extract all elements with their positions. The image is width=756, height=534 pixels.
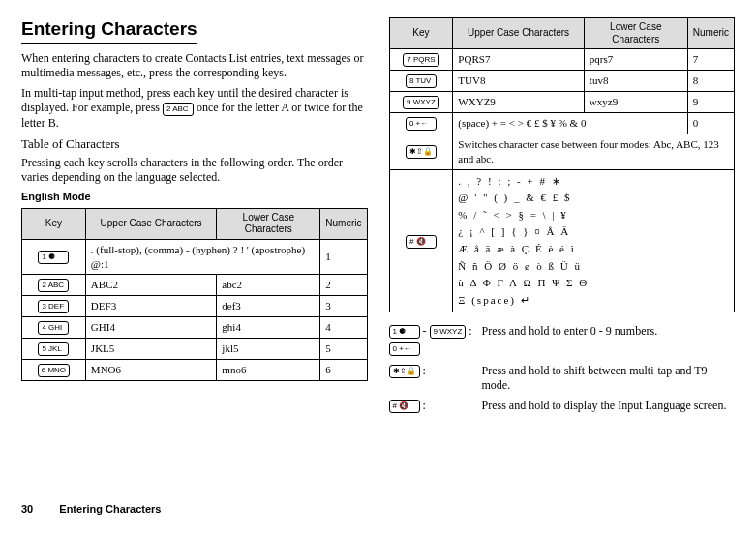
cell-numeric: 8 xyxy=(687,71,734,92)
cell-numeric: 5 xyxy=(320,339,367,360)
note1-key-9: 9 WXYZ xyxy=(430,325,467,339)
table-row: 6 MNOMNO6mno66 xyxy=(22,360,368,381)
cell-lower: wxyz9 xyxy=(584,92,687,113)
cell-upper: ABC2 xyxy=(85,275,216,296)
cell-numeric: 2 xyxy=(320,275,367,296)
table-row: 9 WXYZWXYZ9wxyz99 xyxy=(389,92,735,113)
cell-key: 2 ABC xyxy=(22,275,86,296)
th-lower-r: Lower Case Characters xyxy=(584,18,687,49)
cell-numeric: 6 xyxy=(320,360,367,381)
page-title: Entering Characters xyxy=(21,17,197,44)
cell-key: 6 MNO xyxy=(22,360,86,381)
cell-lower: tuv8 xyxy=(584,71,687,92)
th-upper: Upper Case Characters xyxy=(85,208,216,239)
th-upper-r: Upper Case Characters xyxy=(453,18,584,49)
note3-colon: : xyxy=(423,399,426,413)
cell-key: 4 GHI xyxy=(22,317,86,339)
cell-lower: pqrs7 xyxy=(584,49,687,71)
intro-paragraph-1: When entering characters to create Conta… xyxy=(21,51,368,80)
keycap: 7 PQRS xyxy=(403,53,438,67)
keycap: 2 ABC xyxy=(38,279,69,292)
cell-upper-span: (space) + = < > € £ $ ¥ % & 0 xyxy=(453,113,687,134)
th-key-r: Key xyxy=(389,18,453,49)
cell-numeric: 7 xyxy=(687,49,734,71)
note2-text: Press and hold to shift between multi-ta… xyxy=(482,364,736,393)
char-table-right: Key Upper Case Characters Lower Case Cha… xyxy=(389,17,736,312)
note1-text: Press and hold to enter 0 - 9 numbers. xyxy=(482,324,736,339)
note-row-1: 1 ⚈ - 9 WXYZ : Press and hold to enter 0… xyxy=(389,324,736,339)
cell-upper-span: . (full-stop), (comma) - (hyphen) ? ! ' … xyxy=(85,239,319,275)
cell-numeric: 3 xyxy=(320,296,367,317)
cell-key: 7 PQRS xyxy=(389,49,453,71)
cell-upper: GHI4 xyxy=(85,317,216,339)
cell-key: 5 JKL xyxy=(22,339,86,360)
th-lower: Lower Case Characters xyxy=(217,208,320,239)
note3-key-hash: # 🔇 xyxy=(389,400,420,413)
note3-text: Press and hold to display the Input Lang… xyxy=(482,399,736,413)
table-of-characters-text: Pressing each key scrolls characters in … xyxy=(21,156,368,185)
th-numeric-r: Numeric xyxy=(687,18,734,49)
cell-key: # 🔇 xyxy=(389,169,453,312)
cell-upper: DEF3 xyxy=(85,296,216,317)
table-of-characters-title: Table of Characters xyxy=(21,136,368,152)
page-footer: 30 Entering Characters xyxy=(21,503,161,517)
note1-key-1: 1 ⚈ xyxy=(389,325,420,339)
note2-colon: : xyxy=(423,364,426,378)
table-row: 5 JKLJKL5jkl55 xyxy=(22,339,368,360)
page-number: 30 xyxy=(21,503,33,515)
cell-key: 0 +← xyxy=(389,113,453,134)
cell-numeric: 0 xyxy=(687,113,734,134)
cell-symbols: . , ? ! : ; - + # ∗ @ ' " ( ) _ & € £ $ … xyxy=(453,169,735,312)
table-row: 8 TUVTUV8tuv88 xyxy=(389,71,735,92)
cell-lower: ghi4 xyxy=(217,317,320,339)
keycap: # 🔇 xyxy=(406,235,437,249)
keycap: 4 GHI xyxy=(38,321,69,335)
cell-upper: MNO6 xyxy=(85,360,216,381)
note2-key-star: ✱⇧🔒 xyxy=(389,365,420,378)
th-numeric: Numeric xyxy=(320,208,367,239)
cell-numeric: 1 xyxy=(320,239,367,275)
table-row: ✱⇧🔒Switches character case between four … xyxy=(389,134,735,170)
cell-upper: TUV8 xyxy=(453,71,584,92)
keycap: 9 WXYZ xyxy=(403,96,439,109)
note-row-2: ✱⇧🔒 : Press and hold to shift between mu… xyxy=(389,364,736,393)
table-row: 1 ⚈. (full-stop), (comma) - (hyphen) ? !… xyxy=(22,239,368,275)
note1-colon: : xyxy=(469,324,471,339)
english-mode-title: English Mode xyxy=(21,191,368,204)
cell-key: ✱⇧🔒 xyxy=(389,134,453,170)
cell-full: Switches character case between four mod… xyxy=(453,134,735,170)
th-key: Key xyxy=(22,208,86,239)
cell-key: 1 ⚈ xyxy=(22,239,86,275)
keycap: 8 TUV xyxy=(406,74,437,88)
char-table-left: Key Upper Case Characters Lower Case Cha… xyxy=(21,208,368,382)
keycap: 0 +← xyxy=(406,117,437,131)
cell-numeric: 4 xyxy=(320,317,367,339)
notes-section: 1 ⚈ - 9 WXYZ : Press and hold to enter 0… xyxy=(389,324,736,413)
cell-upper: PQRS7 xyxy=(453,49,584,71)
table-row: 3 DEFDEF3def33 xyxy=(22,296,368,317)
keycap: 5 JKL xyxy=(38,342,69,356)
cell-upper: WXYZ9 xyxy=(453,92,584,113)
note1-dash: - xyxy=(423,324,427,339)
cell-upper: JKL5 xyxy=(85,339,216,360)
cell-lower: abc2 xyxy=(217,275,320,296)
cell-lower: def3 xyxy=(217,296,320,317)
keycap: 1 ⚈ xyxy=(38,251,69,264)
keycap: 6 MNO xyxy=(38,364,70,377)
keycap: ✱⇧🔒 xyxy=(406,145,437,159)
footer-section: Entering Characters xyxy=(59,503,161,515)
cell-key: 8 TUV xyxy=(389,71,453,92)
table-row: # 🔇. , ? ! : ; - + # ∗ @ ' " ( ) _ & € £… xyxy=(389,169,735,312)
cell-key: 9 WXYZ xyxy=(389,92,453,113)
cell-numeric: 9 xyxy=(687,92,734,113)
note-row-3: # 🔇 : Press and hold to display the Inpu… xyxy=(389,399,736,413)
table-row: 4 GHIGHI4ghi44 xyxy=(22,317,368,339)
inline-key-2abc: 2 ABC xyxy=(163,103,194,116)
table-row: 0 +←(space) + = < > € £ $ ¥ % & 00 xyxy=(389,113,735,134)
cell-key: 3 DEF xyxy=(22,296,86,317)
table-row: 7 PQRSPQRS7pqrs77 xyxy=(389,49,735,71)
table-row: 2 ABCABC2abc22 xyxy=(22,275,368,296)
keycap: 3 DEF xyxy=(38,300,69,313)
cell-lower: jkl5 xyxy=(217,339,320,360)
note1-key-0: 0 +← xyxy=(389,342,420,356)
